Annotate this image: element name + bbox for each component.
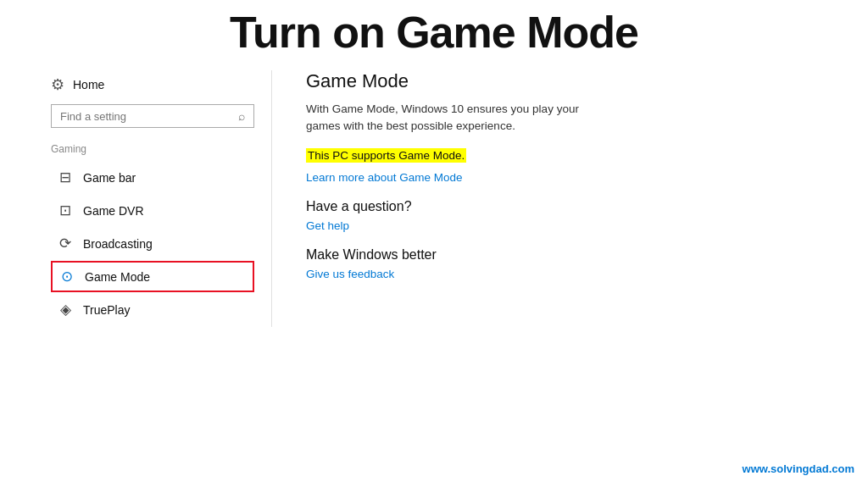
sidebar-item-label: Game Mode xyxy=(85,270,150,284)
search-icon: ⌕ xyxy=(238,109,245,123)
sidebar-item-label: Broadcasting xyxy=(83,237,153,251)
support-badge-text: This PC supports Game Mode. xyxy=(306,147,817,163)
sidebar-item-broadcasting[interactable]: ⟳ Broadcasting xyxy=(51,228,254,259)
sidebar-item-label: Game bar xyxy=(83,171,136,185)
sidebar-item-game-bar[interactable]: ⊟ Game bar xyxy=(51,162,254,193)
windows-better-title: Make Windows better xyxy=(306,247,817,263)
sidebar-category-label: Gaming xyxy=(51,143,254,155)
trueplay-icon: ◈ xyxy=(56,301,75,318)
question-section-title: Have a question? xyxy=(306,199,817,214)
gear-icon: ⚙ xyxy=(51,75,64,94)
broadcasting-icon: ⟳ xyxy=(56,235,75,252)
support-badge: This PC supports Game Mode. xyxy=(306,148,466,163)
game-mode-icon: ⊙ xyxy=(58,268,76,285)
search-box[interactable]: ⌕ xyxy=(51,104,254,128)
main-section-title: Game Mode xyxy=(306,70,817,92)
main-content-area: Game Mode With Game Mode, Windows 10 ens… xyxy=(271,70,817,327)
sidebar-item-trueplay[interactable]: ◈ TruePlay xyxy=(51,294,254,325)
sidebar-item-game-mode[interactable]: ⊙ Game Mode xyxy=(51,261,254,292)
learn-more-link[interactable]: Learn more about Game Mode xyxy=(306,171,817,184)
sidebar-item-label: Game DVR xyxy=(83,204,144,218)
game-dvr-icon: ⊡ xyxy=(56,202,75,219)
search-input[interactable] xyxy=(60,110,238,123)
sidebar-item-game-dvr[interactable]: ⊡ Game DVR xyxy=(51,195,254,226)
watermark-text: www.solvingdad.com xyxy=(743,462,854,475)
game-bar-icon: ⊟ xyxy=(56,169,75,186)
page-title: Turn on Game Mode xyxy=(0,0,868,64)
sidebar-item-label: TruePlay xyxy=(83,303,131,317)
settings-sidebar: ⚙ Home ⌕ Gaming ⊟ Game bar ⊡ Game DVR ⟳ … xyxy=(51,70,271,327)
main-description: With Game Mode, Windows 10 ensures you p… xyxy=(306,101,611,136)
get-help-link[interactable]: Get help xyxy=(306,219,817,232)
sidebar-item-home[interactable]: ⚙ Home xyxy=(51,70,254,104)
home-label: Home xyxy=(73,78,104,91)
give-feedback-link[interactable]: Give us feedback xyxy=(306,268,817,280)
